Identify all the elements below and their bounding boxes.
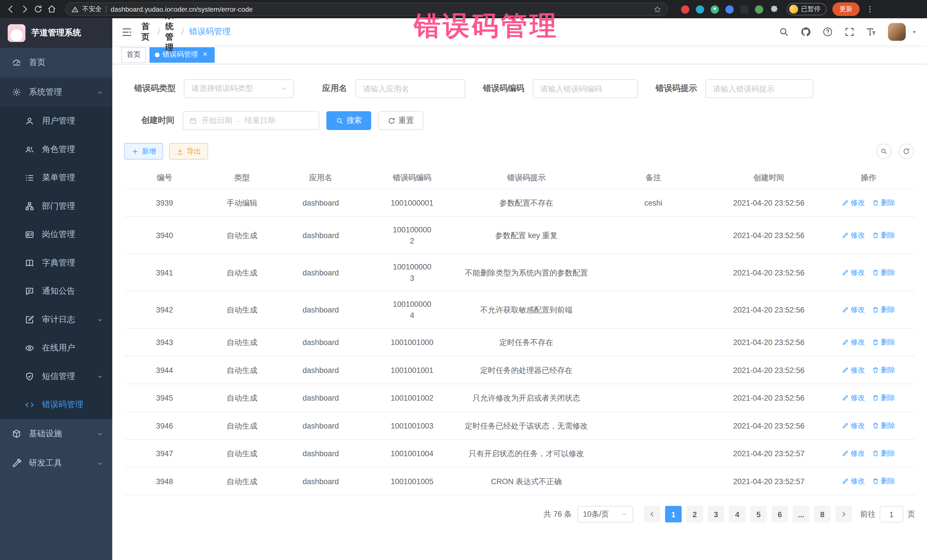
cell-operations: 修改 删除	[822, 304, 915, 315]
reload-icon[interactable]	[33, 4, 43, 14]
edit-link[interactable]: 修改	[842, 267, 865, 278]
page-button-6[interactable]: 6	[772, 506, 788, 522]
header-search-icon[interactable]	[779, 27, 789, 37]
bookmark-star-icon[interactable]	[653, 5, 661, 14]
cell-id: 3943	[124, 329, 205, 355]
extensions-puzzle-icon[interactable]	[770, 5, 779, 14]
edit-link[interactable]: 修改	[842, 475, 865, 486]
search-button[interactable]: 搜索	[326, 111, 371, 130]
table-row: 3947 自动生成 dashboard 1001001004 只有开启状态的任务…	[124, 440, 915, 467]
page-size-select[interactable]: 10条/页	[577, 506, 633, 522]
breadcrumb-current: 错误码管理	[189, 27, 231, 37]
github-icon[interactable]	[800, 27, 811, 37]
sidebar-item-label: 审计日志	[42, 314, 89, 325]
paused-badge[interactable]: 已暂停	[787, 3, 827, 15]
page-button-8[interactable]: 8	[814, 506, 831, 522]
vue-devtools-icon[interactable]	[711, 5, 719, 14]
back-icon[interactable]	[6, 4, 16, 14]
extension-icon-5[interactable]	[755, 5, 763, 14]
next-page-button[interactable]	[836, 506, 852, 522]
sidebar-item-menu[interactable]: 菜单管理	[0, 164, 112, 192]
delete-link[interactable]: 删除	[872, 448, 895, 459]
hamburger-icon[interactable]	[121, 26, 132, 37]
create-time-label: 创建时间	[141, 115, 174, 126]
home-icon[interactable]	[47, 4, 57, 14]
chevron-down-icon	[281, 85, 288, 92]
delete-link[interactable]: 删除	[872, 197, 895, 208]
delete-link[interactable]: 删除	[872, 475, 895, 486]
pagination-total: 共 76 条	[543, 509, 571, 519]
page-button-3[interactable]: 3	[708, 506, 724, 522]
security-label[interactable]: 不安全	[82, 5, 102, 14]
browser-update-button[interactable]: 更新	[832, 2, 859, 16]
page-ellipsis[interactable]: ...	[793, 506, 809, 522]
error-code-input[interactable]	[533, 79, 638, 98]
delete-link[interactable]: 删除	[872, 337, 895, 348]
sidebar-item-devtools[interactable]: 研发工具	[0, 449, 112, 478]
page-button-5[interactable]: 5	[750, 506, 767, 522]
sidebar-item-notice[interactable]: 通知公告	[0, 277, 112, 305]
edit-link[interactable]: 修改	[842, 420, 865, 431]
page-button-4[interactable]: 4	[729, 506, 746, 522]
extension-icon-1[interactable]	[681, 5, 689, 14]
breadcrumb-home[interactable]: 首页	[141, 21, 152, 43]
extension-icon-4[interactable]	[740, 5, 748, 14]
help-icon[interactable]	[822, 27, 833, 37]
edit-link[interactable]: 修改	[842, 392, 865, 403]
reset-button[interactable]: 重置	[378, 111, 424, 130]
cell-type: 自动生成	[205, 329, 279, 355]
add-button[interactable]: 新增	[124, 143, 163, 160]
sidebar-item-dept[interactable]: 部门管理	[0, 192, 112, 220]
edit-link[interactable]: 修改	[842, 364, 865, 375]
sidebar-item-error-code[interactable]: 错误码管理	[0, 391, 112, 419]
edit-link[interactable]: 修改	[842, 337, 865, 348]
refresh-table-button[interactable]	[899, 144, 914, 159]
sidebar-item-dict[interactable]: 字典管理	[0, 249, 112, 277]
page-button-2[interactable]: 2	[686, 506, 703, 522]
sidebar-item-sms[interactable]: 短信管理	[0, 363, 112, 391]
page-button-1[interactable]: 1	[665, 506, 682, 522]
extension-icon-2[interactable]	[696, 5, 704, 14]
create-time-range[interactable]: 开始日期 - 结束日期	[182, 111, 319, 130]
logo-bar[interactable]: 芋道管理系统	[0, 18, 112, 48]
sidebar-item-label: 基础设施	[29, 428, 89, 439]
cell-create-time: 2021-04-20 23:52:56	[716, 297, 822, 322]
app-name-label: 应用名	[322, 83, 347, 94]
sidebar-item-user[interactable]: 用户管理	[0, 107, 112, 135]
avatar[interactable]	[888, 23, 906, 41]
edit-link[interactable]: 修改	[842, 448, 865, 459]
app-name-input[interactable]	[356, 79, 465, 98]
delete-link[interactable]: 删除	[872, 364, 895, 375]
edit-link[interactable]: 修改	[842, 304, 865, 315]
edit-link[interactable]: 修改	[842, 197, 865, 208]
trash-icon	[872, 394, 879, 401]
error-type-select[interactable]: 请选择错误码类型	[184, 79, 294, 98]
sidebar-item-system[interactable]: 系统管理	[0, 77, 112, 107]
sidebar-item-infra[interactable]: 基础设施	[0, 419, 112, 449]
sidebar-item-online-user[interactable]: 在线用户	[0, 334, 112, 362]
browser-menu-icon[interactable]	[865, 5, 874, 14]
toggle-search-button[interactable]	[876, 144, 892, 159]
edit-link[interactable]: 修改	[842, 229, 865, 241]
delete-link[interactable]: 删除	[872, 304, 895, 315]
avatar-caret-icon[interactable]	[911, 29, 918, 35]
fullscreen-icon[interactable]	[844, 27, 855, 37]
delete-link[interactable]: 删除	[872, 420, 895, 431]
delete-link[interactable]: 删除	[872, 229, 895, 241]
font-size-icon[interactable]	[866, 27, 877, 37]
trash-icon	[872, 269, 879, 276]
delete-link[interactable]: 删除	[872, 392, 895, 403]
error-hint-input[interactable]	[705, 79, 813, 98]
export-button[interactable]: 导出	[169, 143, 208, 160]
breadcrumb-system[interactable]: 系统管理	[165, 11, 176, 53]
sidebar-item-role[interactable]: 角色管理	[0, 135, 112, 164]
prev-page-button[interactable]	[644, 506, 660, 522]
forward-icon[interactable]	[20, 4, 29, 14]
sidebar-item-audit-log[interactable]: 审计日志	[0, 306, 112, 334]
goto-page-input[interactable]	[880, 506, 903, 522]
extension-icon-3[interactable]	[725, 5, 734, 14]
msg-icon	[25, 287, 34, 296]
delete-link[interactable]: 删除	[872, 267, 895, 278]
sidebar-item-post[interactable]: 岗位管理	[0, 220, 112, 249]
sidebar-item-home[interactable]: 首页	[0, 48, 112, 77]
